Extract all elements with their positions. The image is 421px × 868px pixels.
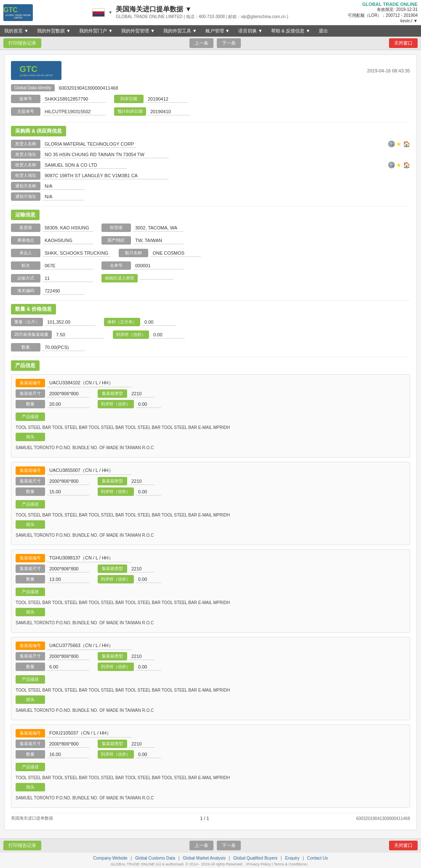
search-icon-2[interactable]: 🔍 [388, 162, 395, 168]
load-port-value: 58309, KAO HSIUNG [43, 224, 93, 232]
transport-row-1: 装货港 58309, KAO HSIUNG 卸货港 3002, TACOMA, … [11, 224, 410, 234]
star-icon-2[interactable]: ★ [396, 162, 402, 168]
search-icon[interactable]: 🔍 [388, 141, 395, 147]
footer-link-enquiry[interactable]: Enquiry [285, 856, 299, 860]
size-label-3: 集装箱尺寸 [16, 652, 45, 660]
container20-label: 20尺标准集装箱量 [11, 330, 52, 339]
unit-price-value: 0.00 [151, 331, 185, 338]
nav-tools[interactable]: 我的外贸工具 ▼ [159, 25, 201, 37]
container20-row: 20尺标准集装箱量 7.50 [11, 330, 104, 339]
notify-name-row: 通知方名称 N/A [11, 182, 410, 190]
nav-logout[interactable]: 退出 [314, 25, 332, 37]
nav-export-data[interactable]: 我的外贸数据 ▼ [33, 25, 75, 37]
size-value-4: 2000*806*800 [47, 740, 89, 748]
bill-number-value: SHKK158912857790 [43, 96, 106, 103]
free-zone-label: 保税区进入类型 [101, 274, 138, 282]
marks-section-3: 箱头 SAMUEL TORONTO P.O.NO. BUNDLE NO. OF … [16, 695, 405, 714]
close-button[interactable]: 关闭窗口 [389, 38, 418, 48]
nav-home[interactable]: 我的首页 ▼ [0, 25, 33, 37]
validity-date: 2019-12-31 [396, 7, 418, 12]
nav-help[interactable]: 帮助 & 反馈信息 ▼ [267, 25, 314, 37]
notify-addr-label: 通知方地址 [11, 192, 40, 201]
transport-row-2: 离港地点 KAOHSIUNG 国产/地区 TW, TAIWAN [11, 236, 410, 247]
size-value-1: 2000*806*800 [47, 478, 89, 485]
carrier-value: SHKK, SCHOOKS TRUCKING [43, 250, 110, 257]
qty-label-4: 数量 [16, 750, 45, 759]
est-arr-label: 预计到岸日期 [114, 107, 146, 116]
pagination-text: 1 / 1 [53, 816, 356, 821]
transport-section: 运输信息 装货港 58309, KAO HSIUNG 卸货港 3002, TAC… [11, 210, 410, 295]
product-size-row-4: 集装箱尺寸 2000*806*800 集装箱类型 2210 [16, 740, 405, 750]
type-label-2: 集装箱类型 [98, 564, 127, 573]
qty-row-p0: 数量 20.00 [16, 400, 89, 408]
footer-link-buyers[interactable]: Global Qualified Buyers [233, 856, 277, 860]
unit-price-row: 到岸价（估价） 0.00 [113, 330, 185, 339]
type-value-3: 2210 [129, 653, 155, 660]
type-value-4: 2210 [129, 740, 155, 748]
marks-section-1: 箱头 SAMUEL TORONTO P.O.NO. BUNDLE NO. OF … [16, 520, 405, 538]
notify-addr-value: N/A [43, 193, 85, 200]
uprice-value-2: 0.00 [136, 576, 161, 583]
footer-link-market[interactable]: Global Market Analysis [183, 856, 226, 860]
desc-label-3: 产品描述 [16, 675, 45, 684]
footer-link-company[interactable]: Company Website [93, 856, 128, 860]
uprice-value-0: 0.00 [136, 401, 161, 408]
footer-links: Company Website | Global Customs Data | … [3, 856, 418, 860]
desc-text-0: TOOL STEEL BAR TOOL STEEL BAR TOOL STEEL… [16, 424, 405, 431]
next-button-bottom[interactable]: 下一条 [217, 841, 241, 850]
prev-button-bottom[interactable]: 上一条 [189, 841, 213, 850]
quantity-label: 数量 [11, 343, 40, 351]
marks-label-3: 箱头 [16, 695, 45, 704]
unit-price-label: 到岸价（估价） [113, 330, 149, 339]
size-value-3: 2000*806*800 [47, 653, 89, 660]
prev-button[interactable]: 上一条 [189, 38, 213, 48]
footer-link-contact[interactable]: Contact Us [307, 856, 328, 860]
card-logo: GTC GLOBAL TRADE ONLINE LIMITED [11, 61, 61, 80]
marks-section-0: 箱头 SAMUEL TORONTO P.O.NO. BUNDLE NO. OF … [16, 433, 405, 451]
marks-text-3: SAMUEL TORONTO P.O.NO. BUNDLE NO. OF MAD… [16, 707, 405, 714]
footer-link-customs[interactable]: Global Customs Data [135, 856, 175, 860]
user-name[interactable]: kevin.l ▼ [348, 19, 418, 23]
nav-portal[interactable]: 我的外贸门户 ▼ [75, 25, 117, 37]
nav-management[interactable]: 我的外贸管理 ▼ [117, 25, 159, 37]
size-row-1: 集装箱尺寸 2000*806*800 [16, 477, 89, 485]
free-zone-row: 保税区进入类型 [101, 274, 173, 282]
exporter-name-label: 发货人名称 [11, 140, 40, 148]
next-button[interactable]: 下一条 [217, 38, 241, 48]
star-icon[interactable]: ★ [396, 141, 402, 147]
footer-copyright: GLOBAL TRADE ONLINE (A) is authorised. ©… [3, 862, 418, 867]
nav-language[interactable]: 语言切换 ▼ [234, 25, 267, 37]
product-container-2: 集装箱编号 TGHU3088137（CN / L / HH） [16, 554, 405, 562]
container-value-2: TGHU3088137（CN / L / HH） [47, 554, 131, 562]
global-id-row: Global Data Identity 6003201904130000041… [11, 84, 410, 91]
bill-number-label: 提单号 [11, 95, 40, 103]
desc-text-4: TOOL STEEL BAR TOOL STEEL BAR TOOL STEEL… [16, 775, 405, 781]
uprice-value-3: 0.00 [136, 663, 161, 671]
weight-row: 重量（公斤） 101,352.00 [11, 318, 96, 326]
load-port-label: 装货港 [11, 224, 40, 232]
bill-row-2: 主提单号 HILCUTPE190315502 预计到岸日期 20190410 [11, 107, 410, 118]
home-icon-2[interactable]: 🏠 [403, 162, 410, 168]
supplier-section: 采购商 & 供应商信息 发货人名称 GLORIA MATERIAL TECHNO… [11, 126, 410, 201]
container-label-4: 集装箱编号 [16, 729, 45, 738]
size-value-2: 2000*806*800 [47, 565, 89, 572]
customs-code-row: 海关编码 722490 [11, 287, 410, 295]
departure-value: KAOHSIUNG [43, 237, 93, 244]
est-arr-value: 20190410 [148, 108, 190, 115]
desc-section-2: 产品描述 TOOL STEEL BAR TOOL STEEL BAR TOOL … [16, 588, 405, 606]
close-button-bottom[interactable]: 关闭窗口 [389, 841, 418, 850]
product-qty-row-1: 数量 15.00 到岸价（估价） 0.00 [16, 487, 405, 498]
print-button[interactable]: 打印报告记录 [3, 38, 41, 48]
home-icon[interactable]: 🏠 [403, 141, 410, 147]
product-qty-row-3: 数量 6.00 到岸价（估价） 0.00 [16, 663, 405, 673]
nav-account[interactable]: 账户管理 ▼ [201, 25, 234, 37]
load-port-row: 装货港 58309, KAO HSIUNG [11, 224, 93, 232]
container-value-0: UACU3384102（CN / L / HH） [47, 379, 131, 387]
qty-value-3: 6.00 [47, 663, 89, 671]
print-button-bottom[interactable]: 打印报告记录 [3, 841, 41, 850]
exporter-name-row: 发货人名称 GLORIA MATERIAL TECHNOLOGY CORP 🔍 … [11, 140, 410, 148]
qty-value-0: 20.00 [47, 401, 89, 408]
notify-name-label: 通知方名称 [11, 182, 40, 190]
qty-price-title: 数量 & 价格信息 [11, 304, 56, 314]
marks-text-2: SAMUEL TORONTO P.O.NO. BUNDLE NO. OF MAD… [16, 620, 405, 626]
